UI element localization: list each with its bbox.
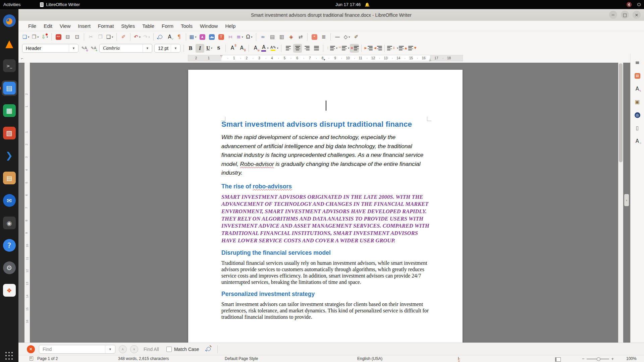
system-tray[interactable]: 🔇 ⏻ bbox=[626, 2, 641, 7]
chevron-down-icon[interactable]: ▼ bbox=[171, 44, 180, 52]
open-icon[interactable]: ❒▾ bbox=[31, 33, 40, 41]
new-document-icon[interactable]: ❏▾ bbox=[21, 33, 30, 41]
page-number-status[interactable]: Page 1 of 2 bbox=[37, 356, 58, 361]
sidebar-gallery-icon[interactable]: ▣ bbox=[633, 98, 642, 106]
ordered-list-icon[interactable]: ¹²▾ bbox=[338, 44, 349, 53]
find-next-button[interactable]: ∨ bbox=[130, 345, 138, 353]
menu-insert[interactable]: Insert bbox=[74, 22, 94, 30]
dock-files[interactable]: ▤ bbox=[2, 170, 17, 186]
minimize-button[interactable]: − bbox=[609, 11, 617, 19]
insert-endnote-icon[interactable]: ▥ bbox=[277, 33, 286, 41]
find-previous-button[interactable]: ∧ bbox=[119, 345, 127, 353]
align-right-icon[interactable] bbox=[303, 44, 311, 53]
font-name-combo[interactable]: Cambria▼ bbox=[99, 44, 152, 53]
update-style-icon[interactable]: ✎A⊘ bbox=[80, 44, 89, 53]
increase-indent-icon[interactable]: ▶ bbox=[364, 44, 373, 53]
close-button[interactable]: × bbox=[633, 11, 641, 19]
first-line-indent-marker[interactable]: ▽ bbox=[220, 55, 222, 58]
font-size-combo[interactable]: 12 pt▼ bbox=[154, 44, 180, 53]
align-left-icon[interactable] bbox=[284, 44, 292, 53]
dock-settings[interactable]: ⚙ bbox=[2, 260, 17, 276]
dock-software[interactable]: ❖ bbox=[2, 283, 17, 298]
insert-text-box-icon[interactable]: T bbox=[217, 33, 225, 41]
page-style-status[interactable]: Default Page Style bbox=[225, 356, 258, 361]
find-and-replace-icon[interactable] bbox=[207, 347, 211, 352]
insert-footnote-icon[interactable]: ▤ bbox=[268, 33, 277, 41]
zoom-slider[interactable]: − + bbox=[582, 356, 614, 361]
paragraph-style-combo[interactable]: Header ▼ bbox=[22, 44, 78, 53]
freeform-line-icon[interactable]: ✐ bbox=[352, 33, 361, 41]
align-center-icon[interactable] bbox=[293, 44, 302, 53]
dock-firefox[interactable]: ◕ bbox=[2, 13, 17, 28]
bold-icon[interactable]: B bbox=[186, 44, 195, 53]
chevron-down-icon[interactable]: ▼ bbox=[69, 44, 78, 52]
menu-help[interactable]: Help bbox=[221, 22, 239, 30]
dock-help[interactable]: ? bbox=[2, 238, 17, 253]
dock-cheese[interactable]: ◉ bbox=[2, 215, 17, 231]
print-icon[interactable]: ⊟ bbox=[63, 33, 72, 41]
highlight-color-icon[interactable]: A✎▾ bbox=[270, 44, 279, 53]
dock-writer[interactable]: ▤ bbox=[2, 80, 17, 96]
menu-table[interactable]: Table bbox=[139, 22, 158, 30]
document-canvas[interactable]: 2112345678910111213141516 Smart investme… bbox=[18, 63, 630, 343]
paste-icon[interactable]: ❑▾ bbox=[105, 33, 114, 41]
menu-tools[interactable]: Tools bbox=[177, 22, 196, 30]
paragraph-space-increase-icon[interactable]: ▲ bbox=[399, 44, 408, 53]
print-preview-icon[interactable]: ⊡ bbox=[73, 33, 82, 41]
dock-calc[interactable]: ▦ bbox=[2, 103, 17, 118]
paragraph-space-decrease-icon[interactable]: ▼ bbox=[408, 44, 417, 53]
vertical-scrollbar[interactable] bbox=[618, 63, 623, 343]
maximize-button[interactable]: □ bbox=[621, 11, 629, 19]
dock-terminal[interactable]: >_ bbox=[2, 58, 17, 73]
cross-reference-icon[interactable]: ⇄ bbox=[296, 33, 305, 41]
find-all-button[interactable]: Find All bbox=[144, 347, 159, 352]
formatting-marks-icon[interactable]: ¶ bbox=[175, 33, 183, 41]
menu-format[interactable]: Format bbox=[94, 22, 118, 30]
undo-icon[interactable]: ↶▾ bbox=[133, 33, 142, 41]
menu-window[interactable]: Window bbox=[196, 22, 221, 30]
word-count-status[interactable]: 348 words, 2,615 characters bbox=[118, 356, 169, 361]
sidebar-settings-icon[interactable]: ≡ bbox=[633, 58, 642, 67]
chevron-down-icon[interactable]: ▼ bbox=[143, 44, 152, 52]
clone-formatting-icon[interactable]: ✐ bbox=[119, 33, 128, 41]
insert-image-icon[interactable]: ▲ bbox=[198, 33, 207, 41]
clock-menu[interactable]: Jun 17 17:46 🔔 bbox=[335, 2, 370, 7]
show-applications-button[interactable] bbox=[0, 352, 18, 360]
tab-stop-selector[interactable]: ⌐ bbox=[21, 56, 23, 60]
dock-impress[interactable]: ▧ bbox=[2, 125, 17, 141]
save-icon[interactable]: ⇩▾ bbox=[40, 33, 49, 41]
selection-mode-icon[interactable]: ▯I bbox=[458, 356, 459, 361]
insert-line-icon[interactable]: — bbox=[333, 33, 342, 41]
decrease-indent-icon[interactable]: ◀ bbox=[373, 44, 382, 53]
insert-chart-icon[interactable]: ▂▆▄ bbox=[207, 33, 216, 41]
language-status[interactable]: English (USA) bbox=[357, 356, 382, 361]
sidebar-hide-handle[interactable]: ‹ bbox=[624, 194, 629, 206]
italic-icon[interactable]: I bbox=[196, 44, 204, 53]
unordered-list-icon[interactable]: ⋮▾ bbox=[326, 44, 337, 53]
underline-icon[interactable]: U▾ bbox=[205, 44, 214, 53]
sidebar-style-inspector-icon[interactable]: A⌾ bbox=[633, 137, 642, 145]
document-page[interactable]: Smart investment advisors disrupt tradit… bbox=[188, 70, 463, 343]
insert-comment-icon[interactable]: ❝ bbox=[310, 33, 319, 41]
find-input[interactable]: Find ▼ bbox=[39, 345, 115, 354]
activities-button[interactable]: Activities bbox=[0, 2, 26, 7]
dock-thunderbird[interactable]: ✉ bbox=[2, 193, 17, 208]
focused-app-menu[interactable]: LibreOffice Writer bbox=[40, 2, 80, 7]
zoom-knob[interactable] bbox=[597, 357, 600, 361]
sidebar-styles-icon[interactable]: A✎ bbox=[633, 84, 642, 93]
dock-vscode[interactable]: ❯ bbox=[2, 148, 17, 163]
special-character-icon[interactable]: Ω▾ bbox=[245, 33, 254, 41]
strikethrough-icon[interactable]: S bbox=[214, 44, 223, 53]
export-pdf-icon[interactable]: PDF bbox=[54, 33, 63, 41]
sidebar-navigator-icon[interactable]: ◎ bbox=[633, 111, 642, 119]
dock-vlc[interactable]: ▲ bbox=[2, 36, 17, 51]
spelling-icon[interactable]: A✓ bbox=[165, 33, 174, 41]
sidebar-page-icon[interactable]: ▯ bbox=[633, 124, 642, 132]
horizontal-ruler[interactable]: ⌐ ▽ ▼ △ 21123456789101112131415161718 bbox=[18, 54, 644, 63]
menu-edit[interactable]: Edit bbox=[40, 22, 56, 30]
scrollbar-thumb[interactable] bbox=[619, 63, 623, 162]
menu-file[interactable]: File bbox=[24, 22, 40, 30]
new-style-icon[interactable]: ✎A+ bbox=[89, 44, 98, 53]
font-color-icon[interactable]: A▾ bbox=[261, 44, 269, 53]
superscript-icon[interactable]: AB bbox=[228, 44, 237, 53]
